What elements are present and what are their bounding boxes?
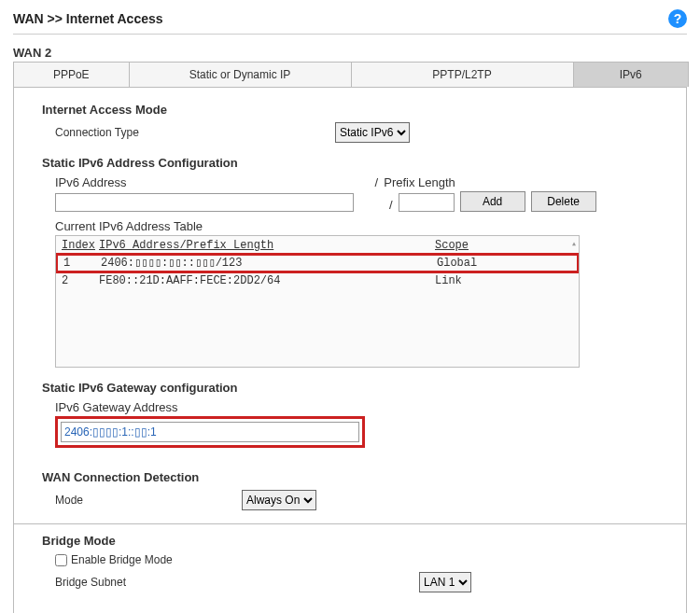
ipv6-panel: Internet Access Mode Connection Type Sta… xyxy=(13,87,687,613)
bridge-subnet-label: Bridge Subnet xyxy=(42,576,419,589)
internet-access-mode-title: Internet Access Mode xyxy=(42,103,669,117)
table-row[interactable]: 2FE80::21D:AAFF:FECE:2DD2/64Link xyxy=(56,273,579,288)
tab-ipv6[interactable]: IPv6 xyxy=(574,63,689,87)
detect-mode-label: Mode xyxy=(42,494,242,507)
tab-row: PPPoE Static or Dynamic IP PPTP/L2TP IPv… xyxy=(13,62,689,87)
wan-interface-label: WAN 2 xyxy=(13,46,687,60)
bridge-mode-section: Bridge Mode Enable Bridge Mode Bridge Su… xyxy=(14,523,686,604)
help-icon[interactable]: ? xyxy=(668,9,687,28)
gateway-address-input[interactable] xyxy=(61,422,359,442)
enable-bridge-checkbox[interactable] xyxy=(55,554,67,566)
scroll-up-icon[interactable]: ▴ xyxy=(571,238,577,249)
slash-label-top: / xyxy=(375,175,379,189)
table-row[interactable]: 12406:▯▯▯▯:▯▯::▯▯▯/123Global xyxy=(55,253,580,273)
table-header-row: IndexIPv6 Address/Prefix LengthScope xyxy=(56,238,579,253)
connection-type-label: Connection Type xyxy=(42,126,335,139)
ipv6-address-label: IPv6 Address xyxy=(42,175,127,189)
wan-detect-title: WAN Connection Detection xyxy=(42,470,669,484)
bridge-mode-title: Bridge Mode xyxy=(42,534,669,548)
ipv6-address-input[interactable] xyxy=(55,193,354,212)
slash-label: / xyxy=(389,198,393,212)
gateway-section-title: Static IPv6 Gateway configuration xyxy=(42,381,669,395)
static-ipv6-addr-title: Static IPv6 Address Configuration xyxy=(42,156,669,170)
prefix-length-label: Prefix Length xyxy=(384,175,455,189)
bridge-subnet-select[interactable]: LAN 1 xyxy=(419,572,471,592)
connection-type-select[interactable]: Static IPv6 xyxy=(335,122,410,143)
tab-static-dynamic[interactable]: Static or Dynamic IP xyxy=(130,63,352,87)
delete-button[interactable]: Delete xyxy=(531,191,596,212)
current-table-label: Current IPv6 Address Table xyxy=(42,219,669,233)
tab-pptp-l2tp[interactable]: PPTP/L2TP xyxy=(352,63,574,87)
add-button[interactable]: Add xyxy=(460,191,525,212)
breadcrumb: WAN >> Internet Access xyxy=(13,11,163,26)
prefix-length-input[interactable] xyxy=(399,193,455,212)
detect-mode-select[interactable]: Always On xyxy=(242,490,316,510)
tab-pppoe[interactable]: PPPoE xyxy=(14,63,130,87)
ipv6-address-table[interactable]: ▴ IndexIPv6 Address/Prefix LengthScope 1… xyxy=(55,235,580,368)
gateway-highlight-box xyxy=(55,416,365,448)
gateway-address-label: IPv6 Gateway Address xyxy=(42,400,669,414)
enable-bridge-label: Enable Bridge Mode xyxy=(71,553,173,566)
